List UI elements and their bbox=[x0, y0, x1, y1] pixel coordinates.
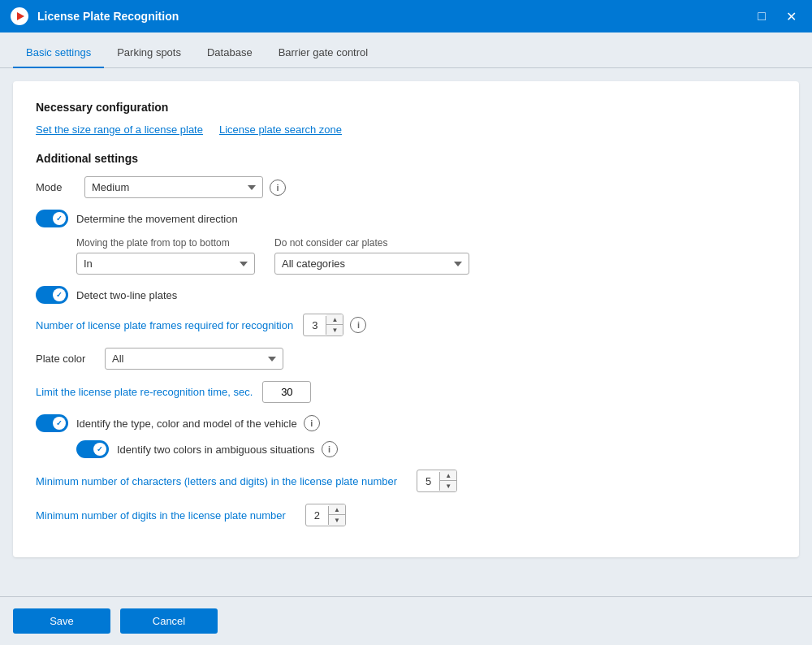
moving-plate-field: Moving the plate from top to bottom In O… bbox=[76, 237, 255, 275]
tab-database[interactable]: Database bbox=[194, 40, 266, 68]
plate-color-row: Plate color All White Yellow Blue Black bbox=[36, 348, 776, 370]
limit-label: Limit the license plate re-recognition t… bbox=[36, 386, 253, 398]
search-zone-link[interactable]: License plate search zone bbox=[219, 123, 342, 136]
toggle-track-4 bbox=[76, 440, 109, 458]
tab-barrier-gate[interactable]: Barrier gate control bbox=[266, 40, 382, 68]
footer: Save Cancel bbox=[0, 596, 812, 645]
identify-two-colors-row: Identify two colors in ambiguous situati… bbox=[76, 440, 776, 458]
identify-vehicle-info-icon[interactable]: i bbox=[304, 415, 320, 431]
min-digits-decrement-btn[interactable]: ▼ bbox=[329, 515, 345, 526]
min-digits-increment-btn[interactable]: ▲ bbox=[329, 504, 345, 515]
moving-plate-label: Moving the plate from top to bottom bbox=[76, 237, 255, 249]
do-not-consider-field: Do not consider car plates All categorie… bbox=[274, 237, 469, 275]
detect-two-line-row: Detect two-line plates bbox=[36, 286, 776, 304]
min-chars-spinner: 5 ▲ ▼ bbox=[417, 470, 457, 492]
frames-info-icon[interactable]: i bbox=[350, 317, 366, 333]
mode-info-icon[interactable]: i bbox=[270, 180, 286, 196]
titlebar-title: License Plate Recognition bbox=[37, 10, 750, 23]
determine-movement-label: Determine the movement direction bbox=[76, 213, 238, 225]
limit-row: Limit the license plate re-recognition t… bbox=[36, 381, 776, 403]
mode-select[interactable]: Low Medium High bbox=[84, 176, 263, 198]
tab-parking-spots[interactable]: Parking spots bbox=[104, 40, 194, 68]
frames-decrement-btn[interactable]: ▼ bbox=[326, 325, 343, 335]
min-digits-row: Minimum number of digits in the license … bbox=[36, 504, 776, 526]
toggle-track bbox=[36, 210, 68, 227]
cancel-button[interactable]: Cancel bbox=[120, 608, 218, 634]
min-digits-spinner-btns: ▲ ▼ bbox=[329, 504, 345, 526]
save-button[interactable]: Save bbox=[13, 608, 110, 634]
do-not-consider-select[interactable]: All categories Motorcycles Trucks bbox=[274, 253, 469, 275]
identify-two-colors-toggle[interactable] bbox=[76, 440, 109, 458]
plate-color-select[interactable]: All White Yellow Blue Black bbox=[105, 348, 283, 370]
mode-row: Mode Low Medium High i bbox=[36, 176, 776, 198]
necessary-config-title: Necessary configuration bbox=[36, 101, 776, 114]
toggle-thumb-3 bbox=[53, 417, 66, 430]
tab-basic-settings[interactable]: Basic settings bbox=[13, 40, 104, 68]
settings-card: Necessary configuration Set the size ran… bbox=[13, 81, 799, 557]
limit-input[interactable] bbox=[262, 381, 311, 403]
min-chars-decrement-btn[interactable]: ▼ bbox=[440, 481, 456, 491]
frames-row: Number of license plate frames required … bbox=[36, 314, 776, 336]
detect-two-line-toggle[interactable] bbox=[36, 286, 68, 304]
toggle-thumb bbox=[53, 212, 66, 225]
moving-plate-select[interactable]: In Out bbox=[76, 253, 255, 275]
links-row: Set the size range of a license plate Li… bbox=[36, 123, 776, 136]
movement-sub-row: Moving the plate from top to bottom In O… bbox=[76, 237, 776, 275]
do-not-consider-label: Do not consider car plates bbox=[274, 237, 469, 249]
close-button[interactable]: ✕ bbox=[780, 5, 802, 28]
toggle-track-3 bbox=[36, 414, 68, 432]
toggle-thumb-4 bbox=[93, 443, 106, 456]
identify-vehicle-toggle[interactable] bbox=[36, 414, 68, 432]
titlebar: License Plate Recognition □ ✕ bbox=[0, 0, 812, 32]
min-chars-value: 5 bbox=[417, 472, 440, 491]
mode-label: Mode bbox=[36, 181, 76, 193]
toggle-thumb-2 bbox=[53, 288, 66, 301]
determine-movement-toggle[interactable] bbox=[36, 210, 68, 227]
identify-vehicle-row: Identify the type, color and model of th… bbox=[36, 414, 776, 432]
min-digits-spinner: 2 ▲ ▼ bbox=[305, 504, 346, 526]
frames-spinner: 3 ▲ ▼ bbox=[303, 314, 343, 336]
identify-vehicle-label: Identify the type, color and model of th… bbox=[76, 418, 297, 430]
min-chars-increment-btn[interactable]: ▲ bbox=[440, 470, 456, 481]
window-controls: □ ✕ bbox=[750, 5, 802, 28]
additional-settings-title: Additional settings bbox=[36, 152, 776, 165]
frames-value: 3 bbox=[304, 316, 326, 335]
tabs-container: Basic settings Parking spots Database Ba… bbox=[0, 32, 812, 68]
min-digits-value: 2 bbox=[306, 506, 329, 525]
content-area: Necessary configuration Set the size ran… bbox=[0, 68, 812, 596]
plate-color-label: Plate color bbox=[36, 353, 97, 365]
identify-two-colors-label: Identify two colors in ambiguous situati… bbox=[117, 444, 315, 456]
min-chars-row: Minimum number of characters (letters an… bbox=[36, 470, 776, 492]
frames-increment-btn[interactable]: ▲ bbox=[326, 314, 343, 325]
movement-sub-section: Moving the plate from top to bottom In O… bbox=[76, 237, 776, 275]
app-logo-icon bbox=[10, 6, 29, 26]
detect-two-line-label: Detect two-line plates bbox=[76, 289, 177, 301]
min-chars-spinner-btns: ▲ ▼ bbox=[440, 470, 456, 491]
min-digits-label: Minimum number of digits in the license … bbox=[36, 509, 286, 522]
frames-label: Number of license plate frames required … bbox=[36, 319, 293, 331]
determine-movement-row: Determine the movement direction bbox=[36, 210, 776, 227]
main-area: Basic settings Parking spots Database Ba… bbox=[0, 32, 812, 645]
toggle-track-2 bbox=[36, 286, 68, 304]
identify-two-colors-info-icon[interactable]: i bbox=[322, 441, 338, 457]
min-chars-label: Minimum number of characters (letters an… bbox=[36, 475, 397, 487]
maximize-button[interactable]: □ bbox=[750, 5, 773, 28]
size-range-link[interactable]: Set the size range of a license plate bbox=[36, 123, 203, 136]
frames-spinner-btns: ▲ ▼ bbox=[326, 314, 343, 335]
